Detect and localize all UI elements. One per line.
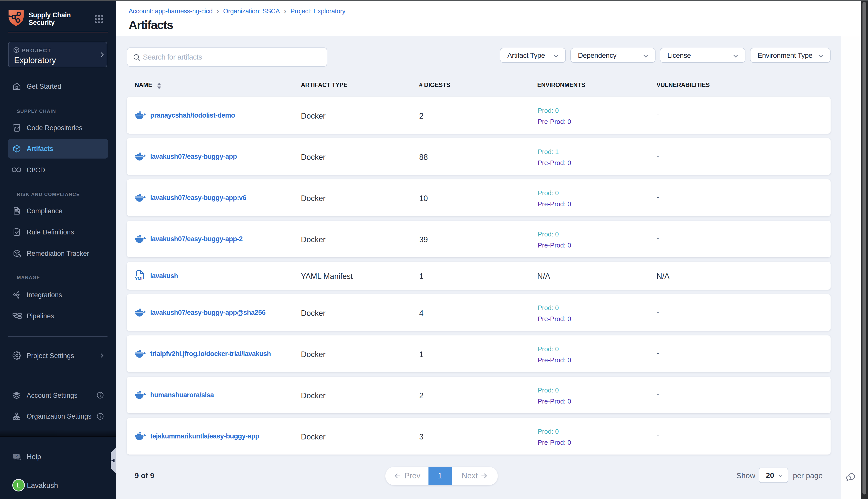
- svg-text:?: ?: [15, 454, 17, 458]
- svg-text:YML: YML: [135, 276, 144, 281]
